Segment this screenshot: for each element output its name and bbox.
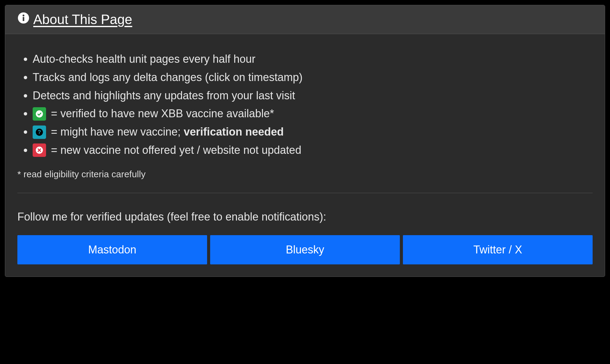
svg-rect-1 [23, 17, 24, 21]
list-text: Auto-checks health unit pages every half… [33, 53, 255, 65]
legend-text: = new vaccine not offered yet / website … [51, 144, 301, 156]
social-buttons-row: Mastodon Bluesky Twitter / X [17, 235, 593, 264]
button-label: Bluesky [286, 243, 324, 256]
bluesky-button[interactable]: Bluesky [210, 235, 400, 264]
button-label: Twitter / X [473, 243, 522, 256]
list-item: Detects and highlights any updates from … [33, 87, 593, 104]
about-list: Auto-checks health unit pages every half… [17, 51, 593, 159]
svg-point-2 [23, 15, 24, 16]
info-icon [17, 12, 30, 27]
panel-header: About This Page [5, 5, 605, 34]
legend-text: = might have new vaccine; [51, 125, 184, 138]
x-circle-icon [33, 143, 46, 157]
list-text: Detects and highlights any updates from … [33, 89, 295, 102]
about-title-link[interactable]: About This Page [17, 12, 132, 27]
about-panel: About This Page Auto-checks health unit … [5, 5, 605, 277]
twitter-button[interactable]: Twitter / X [403, 235, 593, 264]
legend-strong-text: verification needed [184, 125, 284, 138]
svg-text:?: ? [38, 129, 41, 135]
footnote: * read eligibility criteria carefully [17, 167, 593, 182]
divider [17, 193, 593, 193]
legend-text: = verified to have new XBB vaccine avail… [51, 107, 274, 120]
panel-body: Auto-checks health unit pages every half… [5, 34, 605, 277]
svg-point-3 [36, 110, 43, 117]
legend-item-not: = new vaccine not offered yet / website … [33, 142, 593, 159]
check-circle-icon [33, 107, 46, 121]
list-item: Tracks and logs any delta changes (click… [33, 69, 593, 86]
follow-text: Follow me for verified updates (feel fre… [17, 208, 593, 225]
list-text: Tracks and logs any delta changes (click… [33, 71, 303, 83]
button-label: Mastodon [88, 243, 136, 256]
legend-item-verified: = verified to have new XBB vaccine avail… [33, 105, 593, 122]
legend-item-maybe: ? = might have new vaccine; verification… [33, 123, 593, 140]
panel-title-text: About This Page [33, 12, 132, 27]
list-item: Auto-checks health unit pages every half… [33, 51, 593, 68]
question-circle-icon: ? [33, 125, 46, 139]
mastodon-button[interactable]: Mastodon [17, 235, 207, 264]
